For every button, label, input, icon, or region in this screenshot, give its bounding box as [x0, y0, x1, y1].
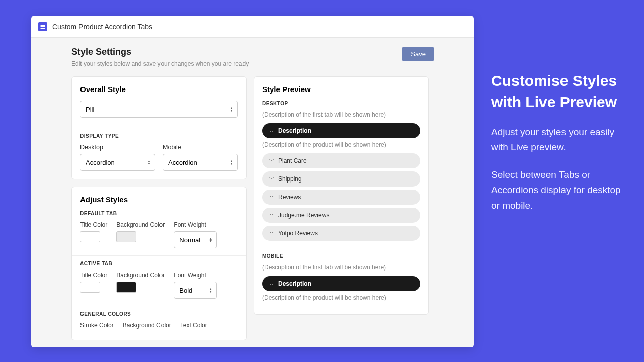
- svg-rect-1: [41, 26, 45, 27]
- app-body: Style Settings Edit your styles below an…: [31, 38, 474, 347]
- accordion-item[interactable]: ﹀Plant Care: [262, 153, 420, 168]
- app-title: Custom Product Accordion Tabs: [52, 23, 152, 31]
- right-column: Style Preview DESKTOP (Description of th…: [254, 76, 429, 340]
- active-bg-color-swatch[interactable]: [116, 282, 136, 293]
- general-colors-label: GENERAL COLORS: [80, 311, 238, 317]
- default-bg-color-swatch[interactable]: [116, 231, 136, 242]
- active-title-color-label: Title Color: [80, 272, 107, 279]
- marketing-heading: Customise Styles with Live Preview: [491, 70, 622, 113]
- active-font-weight-select[interactable]: Bold ▲▼: [174, 282, 217, 299]
- select-arrows-icon: ▲▼: [209, 237, 212, 242]
- chevron-down-icon: ﹀: [269, 194, 274, 201]
- default-title-color-label: Title Color: [80, 221, 107, 228]
- marketing-copy: Customise Styles with Live Preview Adjus…: [491, 70, 622, 225]
- select-arrows-icon: ▲▼: [209, 288, 212, 293]
- text-color-label: Text Color: [180, 322, 207, 329]
- chevron-down-icon: ﹀: [269, 175, 274, 183]
- select-arrows-icon: ▲▼: [230, 160, 233, 165]
- default-title-color-swatch[interactable]: [80, 231, 100, 242]
- desktop-display-value: Accordion: [86, 159, 115, 166]
- overall-style-title: Overall Style: [80, 85, 238, 94]
- accordion-item[interactable]: ﹀Reviews: [262, 190, 420, 205]
- general-bg-color-label: Background Color: [123, 322, 171, 329]
- adjust-styles-card: Adjust Styles DEFAULT TAB Title Color Ba…: [71, 187, 247, 340]
- desktop-field-label: Desktop: [80, 144, 155, 151]
- chevron-down-icon: ﹀: [269, 157, 274, 164]
- desktop-accordion-preview: ︿Description(Description of the product …: [262, 123, 420, 241]
- mobile-display-select[interactable]: Accordion ▲▼: [163, 154, 238, 171]
- overall-style-select[interactable]: Pill ▲▼: [80, 101, 238, 118]
- overall-style-value: Pill: [86, 106, 94, 113]
- active-font-weight-value: Bold: [179, 287, 192, 294]
- accordion-item[interactable]: ︿Description: [262, 123, 420, 138]
- marketing-para-2: Select between Tabs or Accordions displa…: [491, 167, 622, 213]
- preview-first-tab-hint-mobile: (Description of the first tab will be sh…: [262, 264, 420, 271]
- overall-style-card: Overall Style Pill ▲▼ DISPLAY TYPE Deskt…: [71, 76, 247, 179]
- default-bg-color-label: Background Color: [116, 221, 165, 228]
- svg-rect-0: [41, 25, 45, 26]
- preview-desktop-label: DESKTOP: [262, 101, 420, 106]
- adjust-styles-title: Adjust Styles: [80, 195, 238, 204]
- accordion-item-label: Judge.me Reviews: [278, 212, 329, 219]
- accordion-item-label: Description: [278, 280, 311, 287]
- accordion-item[interactable]: ︿Description: [262, 276, 420, 291]
- default-tab-label: DEFAULT TAB: [80, 211, 238, 216]
- page-title: Style Settings: [71, 47, 249, 57]
- save-button[interactable]: Save: [403, 47, 434, 61]
- stroke-color-label: Stroke Color: [80, 322, 114, 329]
- style-preview-card: Style Preview DESKTOP (Description of th…: [254, 76, 429, 315]
- chevron-down-icon: ﹀: [269, 230, 274, 237]
- default-font-weight-label: Font Weight: [174, 221, 217, 228]
- chevron-down-icon: ﹀: [269, 212, 274, 219]
- preview-product-hint: (Description of the product will be show…: [262, 294, 420, 301]
- app-header: Custom Product Accordion Tabs: [31, 16, 474, 38]
- accordion-item-label: Reviews: [278, 194, 301, 201]
- display-type-label: DISPLAY TYPE: [80, 133, 238, 139]
- preview-first-tab-hint-desktop: (Description of the first tab will be sh…: [262, 111, 420, 118]
- accordion-item-label: Yotpo Reviews: [278, 230, 318, 237]
- accordion-item[interactable]: ﹀Shipping: [262, 171, 420, 187]
- active-tab-label: ACTIVE TAB: [80, 261, 238, 266]
- preview-mobile-label: MOBILE: [262, 253, 420, 259]
- select-arrows-icon: ▲▼: [230, 107, 233, 112]
- app-window: Custom Product Accordion Tabs Style Sett…: [31, 16, 474, 347]
- select-arrows-icon: ▲▼: [147, 160, 151, 165]
- preview-product-hint: (Description of the product will be show…: [262, 141, 420, 148]
- app-logo-icon: [38, 22, 47, 31]
- active-bg-color-label: Background Color: [116, 272, 165, 279]
- marketing-para-1: Adjust your styles your easily with Live…: [491, 125, 622, 155]
- desktop-display-select[interactable]: Accordion ▲▼: [80, 154, 155, 171]
- mobile-field-label: Mobile: [163, 144, 238, 151]
- chevron-up-icon: ︿: [269, 280, 274, 287]
- mobile-accordion-preview: ︿Description(Description of the product …: [262, 276, 420, 301]
- accordion-item[interactable]: ﹀Judge.me Reviews: [262, 208, 420, 223]
- accordion-item-label: Shipping: [278, 175, 302, 183]
- left-column: Overall Style Pill ▲▼ DISPLAY TYPE Deskt…: [71, 76, 247, 340]
- accordion-item-label: Plant Care: [278, 157, 307, 164]
- active-font-weight-label: Font Weight: [174, 272, 217, 279]
- mobile-display-value: Accordion: [168, 159, 197, 166]
- active-title-color-swatch[interactable]: [80, 282, 100, 293]
- default-font-weight-select[interactable]: Normal ▲▼: [174, 231, 217, 248]
- accordion-item[interactable]: ﹀Yotpo Reviews: [262, 226, 420, 241]
- default-font-weight-value: Normal: [179, 236, 200, 244]
- page-subtitle: Edit your styles below and save your cha…: [71, 60, 249, 67]
- svg-rect-2: [41, 28, 45, 29]
- accordion-item-label: Description: [278, 127, 311, 134]
- style-preview-title: Style Preview: [262, 85, 420, 94]
- chevron-up-icon: ︿: [269, 127, 274, 134]
